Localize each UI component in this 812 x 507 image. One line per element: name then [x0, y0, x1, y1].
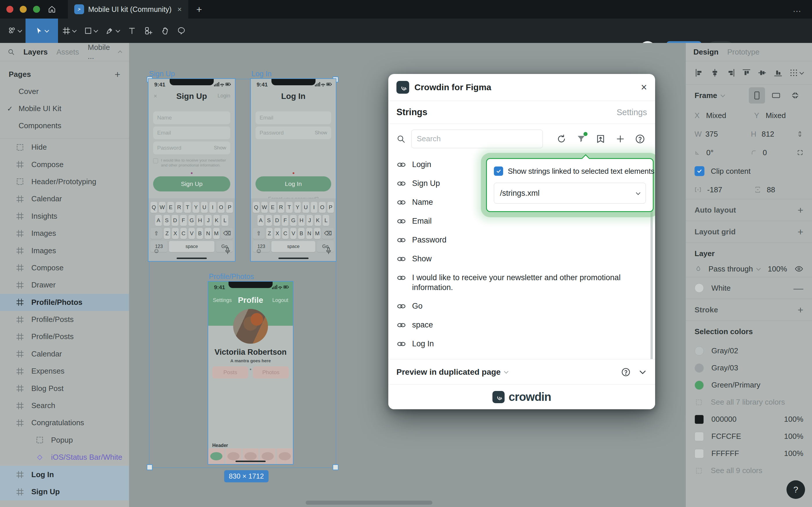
photo-thumbnail[interactable]	[208, 448, 225, 464]
key-B[interactable]: B	[196, 228, 203, 239]
tab-assets[interactable]: Assets	[56, 48, 79, 57]
key-B[interactable]: B	[298, 228, 304, 239]
vertical-spacing-value[interactable]: 88	[767, 185, 803, 194]
password-field[interactable]: PasswordShow	[153, 142, 230, 154]
tidy-up-menu[interactable]	[789, 68, 803, 77]
key-I[interactable]: I	[311, 202, 317, 213]
key-L[interactable]: L	[222, 215, 228, 226]
add-auto-layout-button[interactable]: +	[798, 205, 803, 216]
y-value[interactable]: Mixed	[766, 111, 803, 120]
photos-button[interactable]: Photos	[253, 366, 289, 379]
key-M[interactable]: M	[314, 228, 321, 239]
key-Z[interactable]: Z	[164, 228, 170, 239]
layer-row-log-in[interactable]: Log In	[0, 466, 129, 483]
key-D[interactable]: D	[172, 215, 178, 226]
tab-prototype[interactable]: Prototype	[727, 48, 759, 57]
color-swatch[interactable]	[695, 432, 704, 441]
key-R[interactable]: R	[176, 202, 182, 213]
string-row[interactable]: Show	[396, 249, 655, 268]
email-field[interactable]: Email	[255, 111, 331, 124]
color-swatch[interactable]	[695, 346, 704, 355]
selection-color-see-all-9-colors[interactable]: See all 9 colors	[686, 462, 812, 479]
horizontal-spacing-value[interactable]: -187	[707, 185, 744, 194]
emoji-key[interactable]: ☺	[153, 247, 160, 255]
key-H[interactable]: H	[298, 215, 305, 226]
backspace-key[interactable]: ⌫	[221, 228, 233, 239]
help-icon[interactable]	[633, 131, 647, 147]
key-E[interactable]: E	[167, 202, 174, 213]
key-F[interactable]: F	[180, 215, 187, 226]
layer-row-sign-up[interactable]: Sign Up	[0, 483, 129, 500]
align-vertical-center-icon[interactable]	[757, 68, 767, 77]
independent-corners-icon[interactable]	[797, 149, 803, 157]
canvas-frame-profile-photos[interactable]: Profile/Photos 9:41 Settings Profile Log…	[208, 282, 293, 464]
horizontal-scrollbar[interactable]	[306, 501, 432, 505]
frame-label[interactable]: Profile/Photos	[209, 272, 254, 281]
selection-color-see-all-7-library-colors[interactable]: See all 7 library colors	[686, 394, 812, 411]
newsletter-optin[interactable]: I would like to receive your newsletter …	[153, 158, 228, 168]
window-more-icon[interactable]: …	[793, 4, 802, 14]
opacity-value[interactable]: 100%	[768, 265, 787, 274]
key-N[interactable]: N	[205, 228, 211, 239]
email-field[interactable]: Email	[153, 126, 230, 139]
string-row[interactable]: Log In	[396, 334, 655, 353]
name-field[interactable]: Name	[153, 111, 230, 124]
key-A[interactable]: A	[257, 215, 264, 226]
selection-color-green-primary[interactable]: Green/Primary	[686, 377, 812, 394]
height-value[interactable]: 812	[761, 130, 797, 138]
layer-row-images[interactable]: Images	[0, 225, 129, 242]
frame-label[interactable]: Sign Up	[149, 70, 175, 78]
add-stroke-button[interactable]: +	[798, 304, 803, 316]
close-plugin-icon[interactable]: ×	[641, 81, 647, 94]
width-value[interactable]: 375	[705, 130, 740, 138]
rotation-value[interactable]: 0°	[706, 148, 740, 157]
file-tab[interactable]: Mobile UI kit (Community) ×	[68, 0, 188, 18]
key-O[interactable]: O	[319, 202, 326, 213]
string-row[interactable]: Go	[396, 297, 655, 316]
pen-tool-button[interactable]	[102, 18, 123, 43]
remove-fill-button[interactable]: —	[794, 282, 803, 294]
constrain-proportions-icon[interactable]	[797, 130, 803, 138]
layer-row-compose[interactable]: Compose	[0, 259, 129, 276]
key-I[interactable]: I	[210, 202, 216, 213]
layer-row-ios-status-bar-white[interactable]: iOS/Status Bar/White	[0, 449, 129, 466]
add-string-icon[interactable]	[613, 131, 627, 147]
fill-swatch[interactable]	[695, 283, 704, 293]
search-input[interactable]: Search	[411, 130, 543, 148]
layer-row-calendar[interactable]: Calendar	[0, 345, 129, 362]
password-field[interactable]: PasswordShow	[255, 126, 331, 139]
dictation-mic-icon[interactable]	[326, 247, 331, 255]
layer-row-images[interactable]: Images	[0, 242, 129, 259]
selection-color-gray-03[interactable]: Gray/03	[686, 359, 812, 377]
key-M[interactable]: M	[213, 228, 220, 239]
key-N[interactable]: N	[306, 228, 312, 239]
photo-thumbnail[interactable]	[277, 448, 293, 464]
add-layout-grid-button[interactable]: +	[798, 226, 803, 237]
key-W[interactable]: W	[261, 202, 268, 213]
layer-row-header-prototyping[interactable]: Header/Prototyping	[0, 173, 129, 190]
string-row[interactable]: Email	[396, 212, 655, 231]
key-V[interactable]: V	[188, 228, 195, 239]
key-X[interactable]: X	[172, 228, 178, 239]
resize-to-fit-icon[interactable]	[787, 87, 803, 104]
traffic-light-close-button[interactable]	[6, 6, 13, 13]
key-Y[interactable]: Y	[192, 202, 199, 213]
frame-label[interactable]: Log In	[251, 70, 272, 78]
key-Q[interactable]: Q	[253, 202, 259, 213]
sync-icon[interactable]	[555, 131, 568, 147]
main-menu-button[interactable]	[3, 18, 25, 43]
key-P[interactable]: P	[328, 202, 334, 213]
key-X[interactable]: X	[274, 228, 281, 239]
key-Y[interactable]: Y	[294, 202, 301, 213]
key-C[interactable]: C	[282, 228, 289, 239]
crowdin-wordmark[interactable]: crowdin	[509, 390, 551, 403]
show-password-link[interactable]: Show	[214, 142, 226, 154]
layer-row-compose[interactable]: Compose	[0, 156, 129, 173]
key-J[interactable]: J	[205, 215, 212, 226]
key-R[interactable]: R	[278, 202, 285, 213]
key-P[interactable]: P	[226, 202, 233, 213]
key-J[interactable]: J	[306, 215, 313, 226]
page-item-mobile-ui-kit[interactable]: ✓Mobile UI Kit	[0, 100, 129, 117]
string-row[interactable]: I would like to receive your newsletter …	[396, 268, 655, 297]
string-row[interactable]: space	[396, 316, 655, 334]
